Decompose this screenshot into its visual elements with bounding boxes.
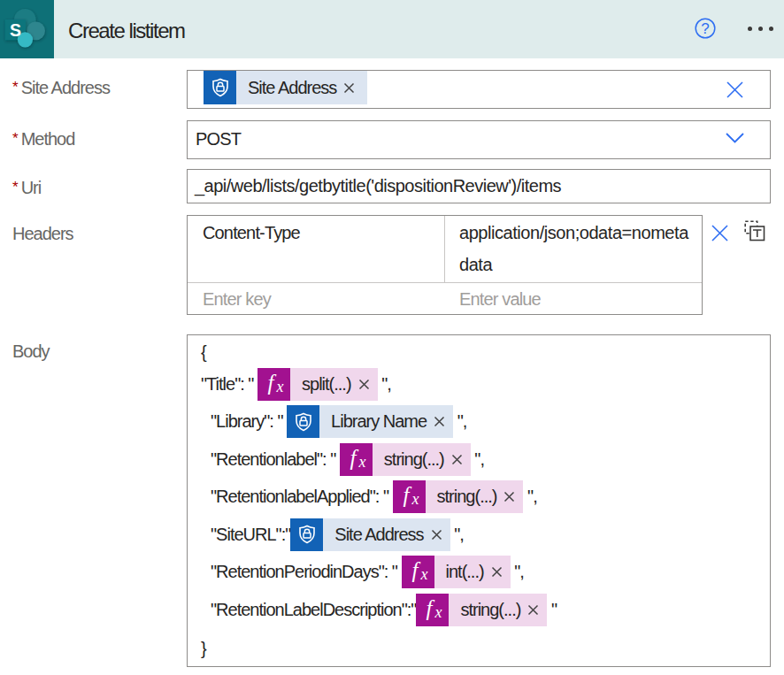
svg-text:x: x <box>434 602 442 620</box>
svg-text:x: x <box>419 565 427 583</box>
svg-text:?: ? <box>701 20 709 37</box>
svg-text:f: f <box>268 370 277 394</box>
svg-text:f: f <box>427 595 435 619</box>
svg-text:x: x <box>357 452 365 470</box>
svg-text:x: x <box>276 377 284 395</box>
svg-text:S: S <box>10 20 21 40</box>
svg-text:f: f <box>350 445 358 469</box>
svg-text:x: x <box>411 490 419 508</box>
svg-text:f: f <box>403 483 411 507</box>
svg-text:f: f <box>411 558 420 582</box>
